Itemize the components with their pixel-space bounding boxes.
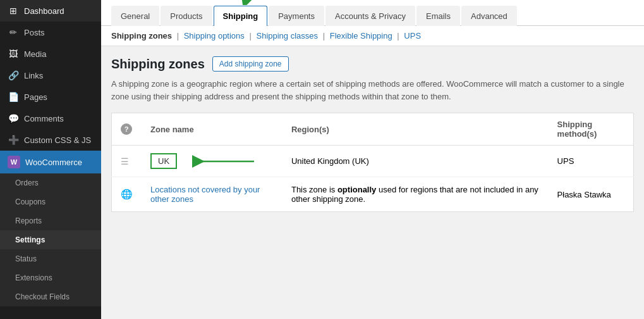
sidebar-item-label: Custom CSS & JS xyxy=(24,135,91,145)
tab-accounts-privacy[interactable]: Accounts & Privacy xyxy=(325,6,415,26)
arrow-annotation-top xyxy=(225,0,263,5)
shipping-zones-table: ? Zone name Region(s) Shipping method(s)… xyxy=(111,113,634,212)
default-zone-name-cell: Locations not covered by your other zone… xyxy=(142,177,283,212)
sidebar: ⊞ Dashboard ✏ Posts 🖼 Media 🔗 Links 📄 Pa… xyxy=(0,0,101,319)
sidebar-item-orders[interactable]: Orders xyxy=(0,173,101,192)
posts-icon: ✏ xyxy=(8,27,19,38)
sidebar-item-dashboard[interactable]: ⊞ Dashboard xyxy=(0,0,101,22)
main-content: General Products Shipping Payments Accou… xyxy=(101,0,644,319)
custom-css-js-icon: ➕ xyxy=(8,134,19,146)
subnav-ups[interactable]: UPS xyxy=(404,31,421,41)
sidebar-item-reports[interactable]: Reports xyxy=(0,211,101,230)
coupons-label: Coupons xyxy=(15,197,46,206)
media-icon: 🖼 xyxy=(8,48,19,59)
section-description: A shipping zone is a geographic region w… xyxy=(111,78,634,103)
extensions-label: Extensions xyxy=(15,273,52,282)
uk-zone-name[interactable]: UK xyxy=(150,153,177,169)
orders-label: Orders xyxy=(15,178,39,187)
sidebar-item-label: Links xyxy=(24,71,43,80)
section-header: Shipping zones Add shipping zone xyxy=(111,56,634,72)
sidebar-item-links[interactable]: 🔗 Links xyxy=(0,65,101,86)
sidebar-item-checkout-fields[interactable]: Checkout Fields xyxy=(0,287,101,306)
content-area: Shipping zones Add shipping zone A shipp… xyxy=(101,46,644,319)
th-regions: Region(s) xyxy=(283,113,549,146)
sidebar-item-extensions[interactable]: Extensions xyxy=(0,268,101,287)
sidebar-item-custom-css-js[interactable]: ➕ Custom CSS & JS xyxy=(0,129,101,151)
sidebar-item-settings[interactable]: Settings xyxy=(0,230,101,249)
sidebar-item-label: Posts xyxy=(24,28,45,37)
sidebar-item-pages[interactable]: 📄 Pages xyxy=(0,86,101,108)
tab-emails[interactable]: Emails xyxy=(416,6,460,26)
drag-cell: ☰ xyxy=(112,146,142,177)
page-title: Shipping zones xyxy=(111,57,205,72)
subnav-shipping-classes[interactable]: Shipping classes xyxy=(256,31,318,41)
checkout-fields-label: Checkout Fields xyxy=(15,292,70,301)
sidebar-item-status[interactable]: Status xyxy=(0,249,101,268)
tab-advanced[interactable]: Advanced xyxy=(461,6,517,26)
sub-navigation: Shipping zones | Shipping options | Ship… xyxy=(101,26,644,46)
sidebar-item-woocommerce[interactable]: W WooCommerce xyxy=(0,151,101,173)
sidebar-item-label: WooCommerce xyxy=(25,158,82,167)
sidebar-item-label: Comments xyxy=(24,114,64,123)
table-row: ☰ UK xyxy=(112,146,634,177)
subnav-shipping-options[interactable]: Shipping options xyxy=(184,31,245,41)
arrow-annotation-uk xyxy=(192,152,255,171)
table-row: 🌐 Locations not covered by your other zo… xyxy=(112,177,634,212)
default-zone-region: This zone is optionally used for regions… xyxy=(283,177,549,212)
sidebar-item-label: Pages xyxy=(24,92,47,102)
sidebar-item-coupons[interactable]: Coupons xyxy=(0,192,101,211)
uk-region: United Kingdom (UK) xyxy=(283,146,549,177)
tab-products[interactable]: Products xyxy=(161,6,212,26)
th-zone-name: Zone name xyxy=(142,113,283,146)
sidebar-item-comments[interactable]: 💬 Comments xyxy=(0,108,101,129)
tab-shipping[interactable]: Shipping xyxy=(214,6,268,26)
uk-shipping-method: UPS xyxy=(549,146,634,177)
add-shipping-zone-button[interactable]: Add shipping zone xyxy=(212,56,289,72)
dashboard-icon: ⊞ xyxy=(8,5,19,16)
sidebar-item-label: Dashboard xyxy=(24,6,64,16)
reports-label: Reports xyxy=(15,216,42,225)
subnav-flexible-shipping[interactable]: Flexible Shipping xyxy=(330,31,392,41)
default-zone-link[interactable]: Locations not covered by your other zone… xyxy=(150,185,260,204)
globe-icon: 🌐 xyxy=(121,189,133,199)
pages-icon: 📄 xyxy=(8,91,19,103)
globe-cell: 🌐 xyxy=(112,177,142,212)
woocommerce-submenu: Orders Coupons Reports Settings Status E… xyxy=(0,173,101,306)
sidebar-item-media[interactable]: 🖼 Media xyxy=(0,43,101,65)
comments-icon: 💬 xyxy=(8,113,19,124)
tab-payments[interactable]: Payments xyxy=(269,6,324,26)
woocommerce-icon: W xyxy=(8,156,20,168)
tabs-bar: General Products Shipping Payments Accou… xyxy=(101,0,644,26)
links-icon: 🔗 xyxy=(8,70,19,81)
drag-handle-icon[interactable]: ☰ xyxy=(121,156,129,166)
sidebar-item-posts[interactable]: ✏ Posts xyxy=(0,22,101,43)
tab-general[interactable]: General xyxy=(111,6,159,26)
th-help: ? xyxy=(112,113,142,146)
status-label: Status xyxy=(15,254,37,263)
sidebar-item-label: Media xyxy=(24,49,46,59)
default-zone-shipping-method: Płaska Stawka xyxy=(549,177,634,212)
settings-label: Settings xyxy=(15,235,45,244)
help-icon: ? xyxy=(121,123,132,135)
subnav-shipping-zones[interactable]: Shipping zones xyxy=(111,31,172,41)
zone-name-cell: UK xyxy=(142,146,283,177)
table-header-row: ? Zone name Region(s) Shipping method(s) xyxy=(112,113,634,146)
th-shipping-methods: Shipping method(s) xyxy=(549,113,634,146)
